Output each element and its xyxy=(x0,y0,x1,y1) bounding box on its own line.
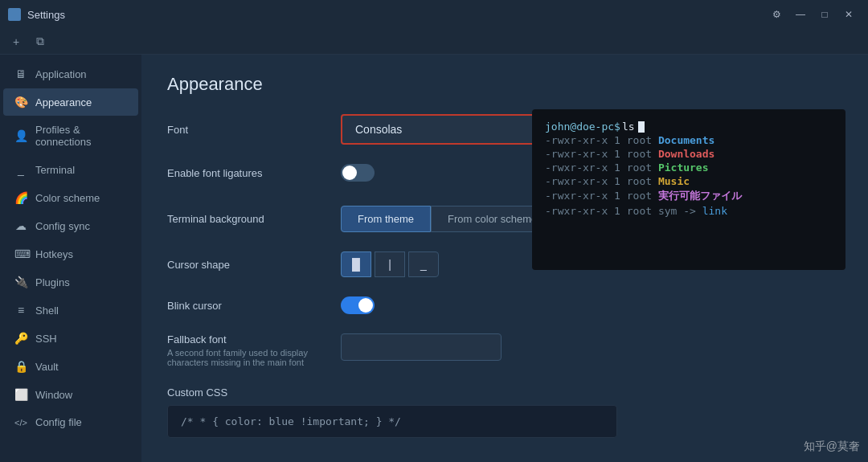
terminal-bg-options: From theme From color scheme xyxy=(341,206,554,232)
tab-bar: + ⧉ xyxy=(0,29,868,55)
term-line-6: -rwxr-xr-x 1 root sym -> link xyxy=(545,205,833,217)
sidebar-label-terminal: Terminal xyxy=(35,164,75,176)
terminal-bg-label: Terminal background xyxy=(167,213,328,225)
sidebar-item-plugins[interactable]: 🔌 Plugins xyxy=(3,268,138,296)
minimize-button[interactable]: — xyxy=(789,3,812,26)
sidebar-item-appearance[interactable]: 🎨 Appearance xyxy=(3,88,138,116)
sidebar-label-vault: Vault xyxy=(35,361,59,373)
term-line-3: -rwxr-xr-x 1 root Pictures xyxy=(545,161,833,174)
sidebar-item-application[interactable]: 🖥 Application xyxy=(3,60,138,88)
terminal-command: ls xyxy=(622,121,635,133)
fallback-font-row: Fallback font A second font family used … xyxy=(167,333,842,367)
font-name-display: Consolas xyxy=(342,123,548,136)
sidebar-item-colorscheme[interactable]: 🌈 Color scheme xyxy=(3,184,138,211)
font-label: Font xyxy=(167,124,328,136)
term-line-4: -rwxr-xr-x 1 root Music xyxy=(545,175,833,187)
sidebar-item-vault[interactable]: 🔒 Vault xyxy=(3,353,138,380)
blink-cursor-toggle[interactable] xyxy=(341,296,375,314)
sidebar-item-hotkeys[interactable]: ⌨ Hotkeys xyxy=(3,240,138,268)
sidebar-label-ssh: SSH xyxy=(35,333,57,345)
window-title: Settings xyxy=(27,9,759,21)
sidebar-label-profiles: Profiles & connections xyxy=(35,124,127,148)
sidebar-label-plugins: Plugins xyxy=(35,276,70,288)
sidebar-label-appearance: Appearance xyxy=(35,96,92,108)
appearance-icon: 🎨 xyxy=(14,96,27,108)
new-tab-button[interactable]: + xyxy=(6,32,26,51)
settings-button[interactable]: ⚙ xyxy=(765,3,788,26)
sidebar: 🖥 Application 🎨 Appearance 👤 Profiles & … xyxy=(0,55,141,462)
terminal-prompt: john@doe-pc$ xyxy=(545,121,620,133)
titlebar-actions: ⚙ — □ ✕ xyxy=(765,3,860,26)
custom-css-label: Custom CSS xyxy=(167,386,328,399)
shell-icon: ≡ xyxy=(14,304,27,317)
sidebar-item-profiles[interactable]: 👤 Profiles & connections xyxy=(3,117,138,155)
terminal-preview: john@doe-pc$ ls -rwxr-xr-x 1 root Docume… xyxy=(532,109,845,270)
sidebar-label-configsync: Config sync xyxy=(35,220,90,232)
window-icon: ⬜ xyxy=(14,388,27,401)
sidebar-item-terminal[interactable]: _ Terminal xyxy=(3,156,138,183)
close-button[interactable]: ✕ xyxy=(837,3,860,26)
duplicate-tab-button[interactable]: ⧉ xyxy=(31,32,50,51)
sidebar-item-ssh[interactable]: 🔑 SSH xyxy=(3,325,138,352)
fallback-font-label: Fallback font A second font family used … xyxy=(167,333,328,367)
plugins-icon: 🔌 xyxy=(14,276,27,288)
sidebar-label-window: Window xyxy=(35,389,72,401)
sidebar-label-application: Application xyxy=(35,68,87,80)
watermark: 知乎@莫奢 xyxy=(804,440,860,454)
cursor-underline-button[interactable]: _ xyxy=(408,251,439,277)
vault-icon: 🔒 xyxy=(14,360,27,373)
sidebar-label-configfile: Config file xyxy=(35,416,82,428)
term-line-1: -rwxr-xr-x 1 root Documents xyxy=(545,134,833,146)
configsync-icon: ☁ xyxy=(14,219,27,232)
terminal-first-line: john@doe-pc$ ls xyxy=(545,121,833,133)
cursor-beam-button[interactable]: | xyxy=(375,251,405,277)
sidebar-item-configfile[interactable]: </> Config file xyxy=(3,409,138,435)
page-title: Appearance xyxy=(167,74,842,95)
colorscheme-icon: 🌈 xyxy=(14,191,27,204)
bg-from-theme-button[interactable]: From theme xyxy=(341,206,431,232)
ssh-icon: 🔑 xyxy=(14,332,27,345)
sidebar-label-shell: Shell xyxy=(35,305,59,317)
term-line-2: -rwxr-xr-x 1 root Downloads xyxy=(545,148,833,160)
term-line-5: -rwxr-xr-x 1 root 実行可能ファイル xyxy=(545,189,833,203)
main-layout: 🖥 Application 🎨 Appearance 👤 Profiles & … xyxy=(0,55,868,462)
app-icon xyxy=(8,8,21,21)
custom-css-row: Custom CSS /* * { color: blue !important… xyxy=(167,386,842,438)
blink-cursor-label: Blink cursor xyxy=(167,300,328,312)
cursor-shape-options: █ | _ xyxy=(341,251,439,277)
content-area: Appearance Font Consolas 16 Enable font … xyxy=(141,55,868,462)
hotkeys-icon: ⌨ xyxy=(14,247,27,260)
sidebar-label-hotkeys: Hotkeys xyxy=(35,248,73,260)
blink-cursor-row: Blink cursor xyxy=(167,296,842,314)
sidebar-item-configsync[interactable]: ☁ Config sync xyxy=(3,212,138,239)
application-icon: 🖥 xyxy=(14,67,27,80)
custom-css-editor[interactable]: /* * { color: blue !important; } */ xyxy=(167,405,617,438)
terminal-icon: _ xyxy=(14,163,27,176)
cursor-shape-label: Cursor shape xyxy=(167,259,328,271)
cursor-block-button[interactable]: █ xyxy=(341,251,371,277)
titlebar: Settings ⚙ — □ ✕ xyxy=(0,0,868,29)
sidebar-item-shell[interactable]: ≡ Shell xyxy=(3,296,138,324)
ligatures-toggle[interactable] xyxy=(341,164,375,182)
profiles-icon: 👤 xyxy=(14,129,27,142)
terminal-cursor xyxy=(638,121,645,133)
fallback-font-input[interactable] xyxy=(341,333,502,361)
configfile-icon: </> xyxy=(14,418,27,427)
ligatures-label: Enable font ligatures xyxy=(167,167,328,179)
maximize-button[interactable]: □ xyxy=(813,3,836,26)
sidebar-label-colorscheme: Color scheme xyxy=(35,192,100,204)
sidebar-item-window[interactable]: ⬜ Window xyxy=(3,381,138,408)
